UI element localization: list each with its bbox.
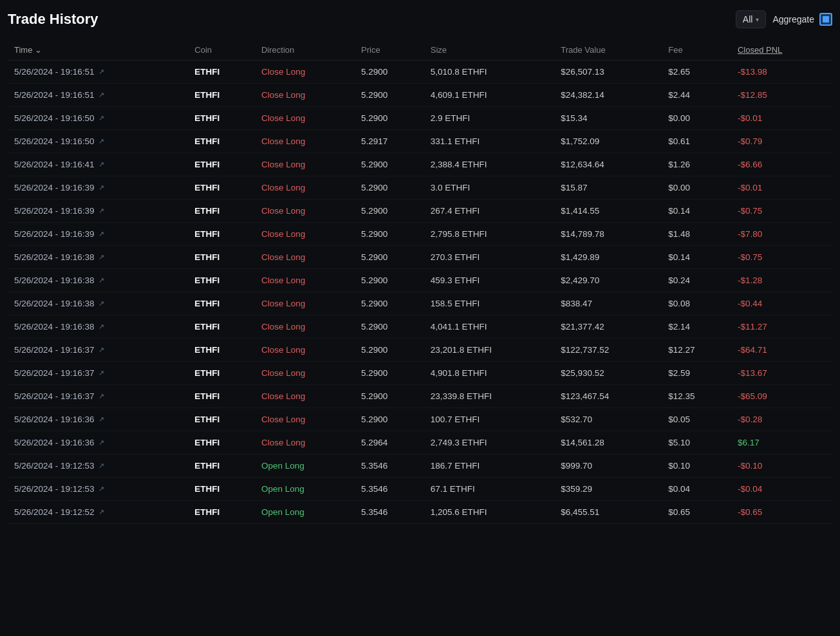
external-link-icon[interactable]: ↗	[98, 114, 104, 122]
cell-trade-value: $1,414.55	[554, 200, 662, 223]
time-value: 5/26/2024 - 19:16:41	[14, 160, 95, 169]
cell-trade-value: $21,377.42	[554, 315, 662, 339]
external-link-icon[interactable]: ↗	[98, 346, 104, 354]
external-link-icon[interactable]: ↗	[98, 438, 104, 447]
time-value: 5/26/2024 - 19:16:36	[14, 415, 95, 424]
cell-coin: ETHFI	[188, 246, 255, 269]
external-link-icon[interactable]: ↗	[98, 253, 104, 261]
cell-direction: Open Long	[255, 501, 355, 524]
cell-price: 5.3546	[355, 501, 424, 524]
time-value: 5/26/2024 - 19:16:38	[14, 322, 95, 332]
external-link-icon[interactable]: ↗	[98, 323, 104, 331]
cell-closed-pnl: -$0.04	[731, 478, 832, 501]
table-row: 5/26/2024 - 19:12:53↗ETHFIOpen Long5.354…	[8, 454, 832, 478]
cell-size: 186.7 ETHFI	[424, 454, 555, 478]
table-row: 5/26/2024 - 19:12:53↗ETHFIOpen Long5.354…	[8, 478, 832, 501]
cell-closed-pnl: -$0.65	[731, 501, 832, 524]
cell-trade-value: $532.70	[554, 408, 662, 431]
cell-closed-pnl: -$0.10	[731, 454, 832, 478]
col-time[interactable]: Time ⌄	[8, 40, 188, 61]
cell-trade-value: $12,634.64	[554, 153, 662, 176]
time-value: 5/26/2024 - 19:16:38	[14, 299, 95, 308]
time-value: 5/26/2024 - 19:16:38	[14, 252, 95, 262]
cell-price: 5.2900	[355, 362, 424, 385]
filter-dropdown[interactable]: All ▾	[736, 10, 767, 28]
cell-trade-value: $999.70	[554, 454, 662, 478]
cell-coin: ETHFI	[188, 153, 255, 176]
external-link-icon[interactable]: ↗	[98, 485, 104, 493]
aggregate-icon	[819, 13, 832, 26]
cell-time: 5/26/2024 - 19:12:53↗	[8, 454, 188, 478]
cell-closed-pnl: -$0.01	[731, 107, 832, 130]
cell-time: 5/26/2024 - 19:16:39↗	[8, 223, 188, 246]
external-link-icon[interactable]: ↗	[98, 508, 104, 516]
cell-coin: ETHFI	[188, 223, 255, 246]
aggregate-label: Aggregate	[772, 14, 814, 24]
cell-fee: $0.00	[662, 107, 731, 130]
cell-direction: Close Long	[255, 292, 355, 315]
time-value: 5/26/2024 - 19:16:51	[14, 90, 95, 100]
cell-coin: ETHFI	[188, 362, 255, 385]
external-link-icon[interactable]: ↗	[98, 369, 104, 377]
cell-size: 2,388.4 ETHFI	[424, 153, 555, 176]
cell-price: 5.2900	[355, 315, 424, 339]
cell-size: 2,795.8 ETHFI	[424, 223, 555, 246]
trade-history-table: Time ⌄ Coin Direction Price Size Trade V…	[8, 40, 832, 524]
external-link-icon[interactable]: ↗	[98, 68, 104, 76]
time-value: 5/26/2024 - 19:16:39	[14, 206, 95, 216]
external-link-icon[interactable]: ↗	[98, 462, 104, 470]
table-row: 5/26/2024 - 19:16:51↗ETHFIClose Long5.29…	[8, 61, 832, 84]
cell-time: 5/26/2024 - 19:16:39↗	[8, 200, 188, 223]
cell-trade-value: $838.47	[554, 292, 662, 315]
cell-time: 5/26/2024 - 19:16:37↗	[8, 339, 188, 362]
external-link-icon[interactable]: ↗	[98, 160, 104, 169]
external-link-icon[interactable]: ↗	[98, 137, 104, 145]
cell-time: 5/26/2024 - 19:16:50↗	[8, 130, 188, 153]
cell-closed-pnl: -$6.66	[731, 153, 832, 176]
cell-coin: ETHFI	[188, 292, 255, 315]
time-value: 5/26/2024 - 19:16:39	[14, 229, 95, 239]
cell-fee: $0.10	[662, 454, 731, 478]
external-link-icon[interactable]: ↗	[98, 392, 104, 400]
cell-direction: Close Long	[255, 153, 355, 176]
cell-fee: $0.14	[662, 200, 731, 223]
cell-fee: $0.61	[662, 130, 731, 153]
external-link-icon[interactable]: ↗	[98, 415, 104, 424]
table-row: 5/26/2024 - 19:16:39↗ETHFIClose Long5.29…	[8, 176, 832, 200]
cell-price: 5.3546	[355, 454, 424, 478]
cell-price: 5.2900	[355, 339, 424, 362]
cell-closed-pnl: -$12.85	[731, 84, 832, 107]
external-link-icon[interactable]: ↗	[98, 299, 104, 308]
table-row: 5/26/2024 - 19:16:41↗ETHFIClose Long5.29…	[8, 153, 832, 176]
cell-size: 158.5 ETHFI	[424, 292, 555, 315]
table-row: 5/26/2024 - 19:16:38↗ETHFIClose Long5.29…	[8, 315, 832, 339]
cell-coin: ETHFI	[188, 431, 255, 454]
cell-trade-value: $123,467.54	[554, 385, 662, 408]
page-title: Trade History	[8, 11, 98, 28]
cell-trade-value: $14,789.78	[554, 223, 662, 246]
cell-time: 5/26/2024 - 19:16:51↗	[8, 61, 188, 84]
cell-closed-pnl: -$64.71	[731, 339, 832, 362]
cell-fee: $12.27	[662, 339, 731, 362]
cell-time: 5/26/2024 - 19:16:51↗	[8, 84, 188, 107]
external-link-icon[interactable]: ↗	[98, 230, 104, 238]
col-trade-value: Trade Value	[554, 40, 662, 61]
cell-fee: $0.04	[662, 478, 731, 501]
filter-label: All	[743, 14, 753, 24]
cell-price: 5.2900	[355, 153, 424, 176]
cell-direction: Close Long	[255, 130, 355, 153]
external-link-icon[interactable]: ↗	[98, 91, 104, 99]
col-closed-pnl: Closed PNL	[731, 40, 832, 61]
cell-fee: $0.24	[662, 269, 731, 292]
aggregate-button[interactable]: Aggregate	[772, 13, 832, 26]
col-fee: Fee	[662, 40, 731, 61]
cell-size: 4,041.1 ETHFI	[424, 315, 555, 339]
external-link-icon[interactable]: ↗	[98, 183, 104, 192]
time-value: 5/26/2024 - 19:12:53	[14, 461, 95, 471]
cell-closed-pnl: -$1.28	[731, 269, 832, 292]
cell-size: 459.3 ETHFI	[424, 269, 555, 292]
external-link-icon[interactable]: ↗	[98, 207, 104, 215]
cell-coin: ETHFI	[188, 61, 255, 84]
header-controls: All ▾ Aggregate	[736, 10, 832, 28]
external-link-icon[interactable]: ↗	[98, 276, 104, 285]
